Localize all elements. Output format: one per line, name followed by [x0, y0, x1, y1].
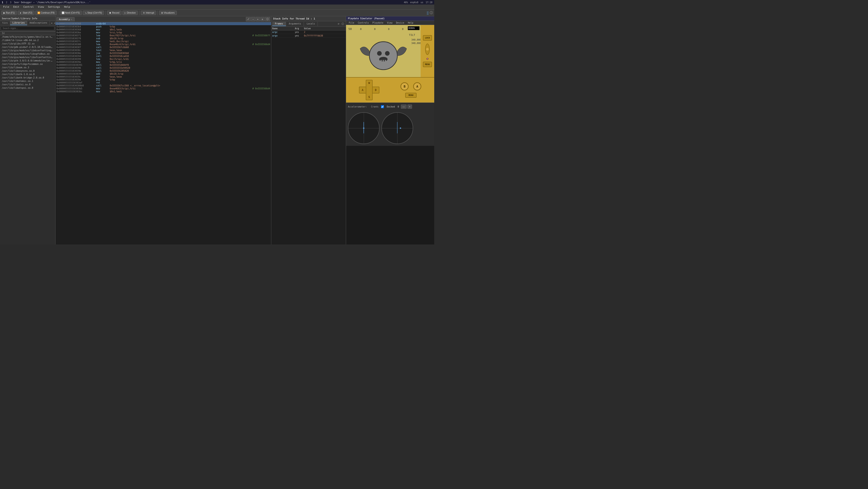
library-item[interactable]: /usr/lib/libatk-bridge-2.0.so.0: [0, 76, 55, 79]
pd-menu-playdate[interactable]: Playdate: [371, 21, 385, 25]
menu-settings[interactable]: Settings: [46, 5, 62, 9]
asm-row[interactable]: 0x0000555555830399lea0xc(%rsp),%rdi: [56, 58, 271, 61]
asm-row[interactable]: 0x00000555555830391call0x555555db8df0: [56, 63, 271, 66]
tab-tics[interactable]: tics: [0, 21, 10, 25]
asm-info-button[interactable]: ⓘ: [265, 17, 270, 21]
asm-row[interactable]: 0x000055555583036emov%rsi,%rbp: [56, 31, 271, 34]
tab-arguments[interactable]: Arguments: [286, 22, 304, 26]
asm-row[interactable]: 0x000055555583039cxor%eax,%eax: [56, 75, 271, 78]
assembly-tab[interactable]: Assembly ✕: [56, 17, 74, 21]
asm-row[interactable]: 0x0000555555830364push%rbp: [56, 25, 271, 28]
dpad-down-label[interactable]: S: [367, 94, 372, 100]
search-input[interactable]: [1, 26, 54, 30]
interrupt-icon: ⏸: [143, 11, 145, 14]
library-item[interactable]: /lib64/ld-linux-x86-64.so.2: [0, 38, 55, 42]
mute-icon[interactable]: 🔇: [426, 58, 429, 60]
nexti-button[interactable]: ⬜ Nexti (Ctrl+F5): [60, 11, 82, 15]
dpad-left-label[interactable]: A: [360, 88, 366, 92]
asm-row[interactable]: 0x000055555583038ejne0x5555568303b0: [56, 52, 271, 55]
locals-row[interactable]: argvyes0x7fffffffdb38: [271, 34, 346, 38]
pd-menu-device[interactable]: Device: [394, 21, 406, 25]
library-item[interactable]: /usr/lib/libatomic.so.1: [0, 79, 55, 83]
locals-row[interactable]: argcyes2: [271, 30, 346, 34]
menu-edit[interactable]: Edit: [11, 5, 21, 9]
nav-prev-icon[interactable]: ◂: [50, 21, 53, 25]
nav-next-icon[interactable]: ▸: [54, 21, 56, 25]
asm-row[interactable]: 0x000055555583037cmov%edi,0xc(%rsp): [56, 40, 271, 43]
asm-row[interactable]: 0x0000555555830368mov$0x1,%edx: [56, 28, 271, 31]
asm-row[interactable]: 0x0000555555830378sub$0x10,%rsp: [56, 37, 271, 40]
asm-settings-button[interactable]: ≡: [260, 17, 265, 21]
asm-zoom-plus-button[interactable]: +: [256, 17, 260, 21]
library-item[interactable]: /usr/lib/libatsi.so.0: [0, 83, 55, 86]
crank-docked-checkbox[interactable]: [381, 105, 384, 108]
asm-row[interactable]: 0x0000555555830396call0x5555555e94920: [56, 66, 271, 69]
pd-menu-button[interactable]: MENU: [405, 93, 416, 98]
help-button[interactable]: ⓘ: [430, 11, 433, 15]
library-item[interactable]: /usr/lib/libatspsi.so.0: [0, 86, 55, 90]
pd-menu-file[interactable]: File: [347, 21, 356, 25]
menu-button[interactable]: MENU: [423, 62, 432, 67]
menu-control[interactable]: Control: [22, 5, 36, 9]
asm-row[interactable]: 0x000055555583039bcall0x555556205820: [56, 69, 271, 73]
library-item[interactable]: /usr/lib/gdk-pixbuf-2.0/2.10.0/loaders/l…: [0, 46, 55, 49]
tab-frames[interactable]: Frames: [272, 22, 286, 26]
menu-help[interactable]: Help: [62, 5, 72, 9]
asm-row[interactable]: 0x0000555555830394call0x5555558cad10: [56, 55, 271, 58]
asm-row[interactable]: 0x000005555558303afret: [56, 81, 271, 84]
stack-info-icon[interactable]: ⓘ: [341, 22, 345, 26]
library-item[interactable]: /usr/lib/glibc/UTF-32.so: [0, 42, 55, 46]
asm-row[interactable]: 0x000005555558303bcmov$0x1,%edi: [56, 90, 271, 93]
record-button[interactable]: ⏺ Record: [107, 11, 121, 15]
lock-button[interactable]: LOCK: [423, 35, 432, 40]
library-item[interactable]: /home/afk/projects/games/devils-on-the-.…: [0, 35, 55, 38]
asm-zoom-fit-button[interactable]: ⤢: [246, 17, 251, 21]
asm-row[interactable]: 0x0000555555830360endbr64: [56, 22, 271, 25]
asm-row[interactable]: 0x0000555555830380lea0xea46c4(%rip),%rdi…: [56, 43, 271, 46]
svg-point-11: [385, 51, 390, 56]
dpad-up-label[interactable]: W: [367, 80, 372, 86]
asm-row[interactable]: 0x0000555555830371lea0xecf02f(%rip),%rsi…: [56, 34, 271, 37]
asm-row[interactable]: 0x000055555583039epop%rbp: [56, 78, 271, 81]
assembly-close-icon[interactable]: ✕: [71, 18, 72, 21]
interrupt-button[interactable]: ⏸ Interrupt: [141, 11, 156, 15]
stepi-button[interactable]: ↘ Stepi (Ctrl+F6): [83, 11, 104, 15]
pd-menu-help[interactable]: Help: [406, 21, 415, 25]
workspace-3[interactable]: 3: [10, 1, 11, 4]
a-button[interactable]: A: [413, 82, 421, 90]
stack-refresh-icon[interactable]: ↺: [337, 22, 340, 26]
tab-libraries[interactable]: Libraries: [10, 21, 27, 25]
asm-zoom-minus-button[interactable]: −: [251, 17, 255, 21]
asm-row[interactable]: 0x00000555555830399add$0x10,%rsp: [56, 73, 271, 75]
direction-button[interactable]: ▷ Direction: [122, 11, 138, 15]
asm-row[interactable]: 0x000055555583038ctest%eax,%eax: [56, 49, 271, 52]
visualizers-button[interactable]: ⊞ Visualizers: [159, 11, 177, 15]
library-item[interactable]: /usr/lib/gio/modules/libvgfsdbus.so: [0, 52, 55, 56]
start-button[interactable]: ⏵ Start (F2): [18, 11, 34, 15]
workspace-1[interactable]: 1: [2, 1, 3, 4]
crank-decrease-button[interactable]: —: [401, 105, 407, 109]
crank-increase-button[interactable]: +: [407, 105, 412, 109]
library-item[interactable]: /usr/lib/gio/modules/libdconfsettingsba.…: [0, 49, 55, 52]
menu-file[interactable]: File: [1, 5, 11, 9]
library-item[interactable]: /usr/lib/libasyncns.so.0: [0, 69, 55, 73]
run-button[interactable]: ▶ Run (F1): [1, 11, 17, 15]
continue-button[interactable]: ⏩ Continue (F8): [35, 11, 57, 15]
pd-menu-controls[interactable]: Controls: [356, 21, 371, 25]
dpad-right-label[interactable]: D: [373, 88, 379, 92]
library-item[interactable]: /usr/lib/libaom.so.3: [0, 66, 55, 69]
library-item[interactable]: /usr/lib/gtk-3.0/3.0.0/immodules/im-wayl…: [0, 59, 55, 62]
asm-row[interactable]: 0x0000555555830380b0call0x5555567cc560 <…: [56, 84, 271, 87]
library-item[interactable]: /usr/lib/gvfs/libgvfscommon.so: [0, 62, 55, 66]
tab-locals[interactable]: Locals: [304, 22, 318, 26]
library-item[interactable]: /usr/lib/libatk-1.0.so.0: [0, 73, 55, 76]
asm-row[interactable]: 0x000005555558303b5mov0xea4693(%rip),%rs…: [56, 87, 271, 90]
workspace-2[interactable]: 2: [6, 1, 7, 4]
pd-menu-view[interactable]: View: [385, 21, 394, 25]
asm-row[interactable]: 0x0000555555830387call0x5555567c6b60: [56, 46, 271, 49]
library-item[interactable]: /usr/lib/gio/modules/libxfconfsettingsba…: [0, 56, 55, 59]
menu-view[interactable]: View: [36, 5, 46, 9]
asm-row[interactable]: 0x000055555583039emov%rbp,%rsi: [56, 61, 271, 63]
b-button[interactable]: B: [400, 82, 409, 90]
tab-ada-exceptions[interactable]: AdaExceptions: [27, 21, 50, 25]
